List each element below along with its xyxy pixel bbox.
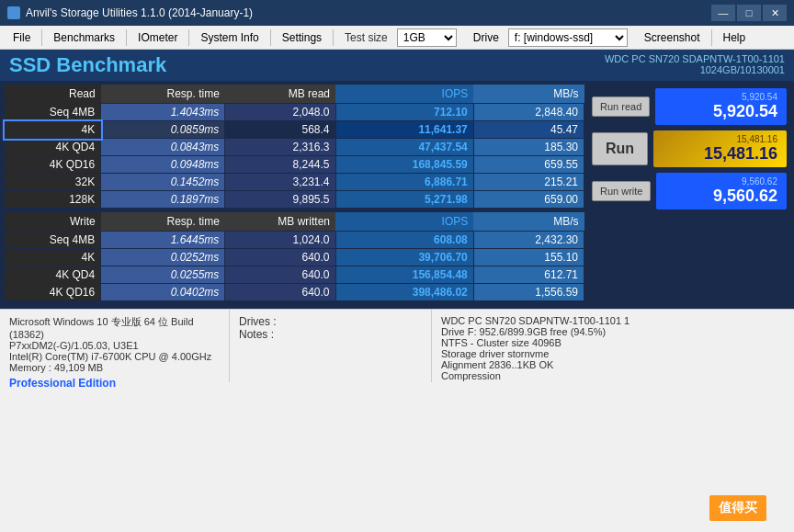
read-row: 4K 0.0859ms 568.4 11,641.37 45.47	[5, 121, 584, 139]
read-cell-resp-5: 0.1897ms	[101, 191, 225, 209]
test-size-select[interactable]: 1GB 100MB 4GB	[397, 28, 457, 47]
read-cell-label-5: 128K	[5, 191, 101, 209]
read-cell-mbs-5: 659.00	[473, 191, 584, 209]
write-score-small: 9,560.62	[665, 176, 777, 187]
write-cell-mb-3: 640.0	[225, 284, 335, 301]
read-table-body: Seq 4MB 1.4043ms 2,048.0 712.10 2,848.40…	[5, 104, 584, 209]
read-table: Read Resp. time MB read IOPS MB/s Seq 4M…	[4, 85, 584, 209]
write-table: Write Resp. time MB written IOPS MB/s Se…	[4, 212, 584, 301]
read-cell-mb-3: 8,244.5	[225, 156, 335, 174]
read-score-small: 5,920.54	[664, 92, 777, 102]
write-row: 4K 0.0252ms 640.0 39,706.70 155.10	[5, 249, 584, 266]
main-content: Read Resp. time MB read IOPS MB/s Seq 4M…	[0, 81, 794, 309]
run-read-section: Run read 5,920.54 5,920.54	[592, 88, 787, 125]
write-cell-mbs-3: 1,556.59	[473, 284, 584, 301]
read-cell-label-4: 32K	[5, 174, 101, 191]
write-row: 4K QD16 0.0402ms 640.0 398,486.02 1,556.…	[5, 284, 584, 301]
read-header-mbs: MB/s	[473, 85, 584, 104]
read-cell-resp-3: 0.0948ms	[101, 156, 225, 174]
write-cell-iops-0: 608.08	[335, 232, 473, 249]
read-header-label: Read	[5, 85, 101, 104]
read-row: 4K QD4 0.0843ms 2,316.3 47,437.54 185.30	[5, 139, 584, 156]
read-row: 128K 0.1897ms 9,895.5 5,271.98 659.00	[5, 191, 584, 209]
run-total-section: Run 15,481.16 15,481.16	[592, 130, 787, 167]
app-header: SSD Benchmark WDC PC SN720 SDAPNTW-1T00-…	[0, 50, 794, 81]
total-score-small: 15,481.16	[663, 134, 777, 144]
menu-sysinfo[interactable]: System Info	[191, 26, 267, 49]
write-header-label: Write	[5, 212, 101, 232]
read-cell-resp-0: 1.4043ms	[101, 104, 225, 121]
read-cell-label-1: 4K	[5, 121, 101, 139]
read-cell-mbs-2: 185.30	[473, 139, 584, 156]
read-cell-label-2: 4K QD4	[5, 139, 101, 156]
read-cell-mb-4: 3,231.4	[225, 174, 335, 191]
read-cell-resp-4: 0.1452ms	[101, 174, 225, 191]
read-row: 4K QD16 0.0948ms 8,244.5 168,845.59 659.…	[5, 156, 584, 174]
read-cell-mbs-0: 2,848.40	[473, 104, 584, 121]
window-controls[interactable]: — □ ✕	[711, 5, 787, 21]
menu-benchmarks[interactable]: Benchmarks	[44, 26, 124, 49]
read-cell-iops-3: 168,845.59	[335, 156, 473, 174]
run-write-button[interactable]: Run write	[592, 181, 651, 201]
title-bar: Anvil's Storage Utilities 1.1.0 (2014-Ja…	[0, 0, 794, 26]
read-cell-iops-0: 712.10	[335, 104, 473, 121]
menu-testsize-label: Test size	[335, 26, 397, 49]
write-cell-mbs-1: 155.10	[473, 249, 584, 266]
run-button[interactable]: Run	[592, 132, 648, 165]
menu-bar: File Benchmarks IOmeter System Info Sett…	[0, 26, 794, 50]
read-cell-resp-2: 0.0843ms	[101, 139, 225, 156]
menu-separator-1	[41, 29, 42, 46]
read-header-resp: Resp. time	[101, 85, 225, 104]
drive-info: WDC PC SN720 SDAPNTW-1T00-1101 1024GB/10…	[605, 53, 785, 75]
menu-iometer[interactable]: IOmeter	[129, 26, 187, 49]
read-cell-mbs-4: 215.21	[473, 174, 584, 191]
write-row: Seq 4MB 1.6445ms 1,024.0 608.08 2,432.30	[5, 232, 584, 249]
write-table-body: Seq 4MB 1.6445ms 1,024.0 608.08 2,432.30…	[5, 232, 584, 301]
read-cell-label-0: Seq 4MB	[5, 104, 101, 121]
maximize-button[interactable]: □	[737, 5, 761, 21]
menu-help[interactable]: Help	[714, 26, 755, 49]
compression-info: Compression	[441, 370, 785, 381]
run-read-button[interactable]: Run read	[592, 96, 650, 117]
menu-separator-6	[711, 29, 712, 46]
menu-screenshot[interactable]: Screenshot	[635, 26, 709, 49]
read-row: Seq 4MB 1.4043ms 2,048.0 712.10 2,848.40	[5, 104, 584, 121]
write-cell-iops-3: 398,486.02	[335, 284, 473, 301]
write-cell-label-2: 4K QD4	[5, 266, 101, 284]
write-header-mb: MB written	[225, 212, 335, 232]
app-title: SSD Benchmark	[9, 53, 166, 77]
read-score-big: 5,920.54	[664, 102, 777, 121]
write-cell-mb-2: 640.0	[225, 266, 335, 284]
ntfs-info: NTFS - Cluster size 4096B	[441, 337, 785, 348]
watermark: 值得买	[709, 495, 766, 521]
menu-file[interactable]: File	[4, 26, 40, 49]
write-cell-mbs-2: 612.71	[473, 266, 584, 284]
read-cell-iops-1: 11,641.37	[335, 121, 473, 139]
close-button[interactable]: ✕	[763, 5, 787, 21]
alignment-info: Alignment 2836..1KB OK	[441, 359, 785, 370]
read-header-iops: IOPS	[335, 85, 473, 104]
write-cell-resp-0: 1.6445ms	[101, 232, 225, 249]
write-cell-mb-0: 1,024.0	[225, 232, 335, 249]
status-middle: Drives : Notes :	[230, 310, 432, 382]
write-cell-resp-1: 0.0252ms	[101, 249, 225, 266]
status-bar: Microsoft Windows 10 专业版 64 位 Build (183…	[0, 309, 794, 382]
write-header-mbs: MB/s	[473, 212, 584, 232]
total-score-big: 15,481.16	[663, 144, 777, 164]
menu-drive-label: Drive	[464, 26, 508, 49]
write-cell-iops-1: 39,706.70	[335, 249, 473, 266]
drive-select[interactable]: f: [windows-ssd]	[508, 28, 628, 47]
drive-detail: 1024GB/10130001	[605, 64, 785, 75]
notes-label: Notes :	[239, 328, 422, 341]
read-cell-resp-1: 0.0859ms	[101, 121, 225, 139]
window-title: Anvil's Storage Utilities 1.1.0 (2014-Ja…	[26, 6, 253, 19]
right-panel: Run read 5,920.54 5,920.54 Run 15,481.16…	[588, 85, 790, 305]
app-icon	[7, 6, 20, 19]
menu-settings[interactable]: Settings	[273, 26, 331, 49]
read-cell-mb-5: 9,895.5	[225, 191, 335, 209]
pro-edition-label: Professional Edition	[9, 377, 220, 390]
minimize-button[interactable]: —	[711, 5, 735, 21]
read-row: 32K 0.1452ms 3,231.4 6,886.71 215.21	[5, 174, 584, 191]
read-header-row: Read Resp. time MB read IOPS MB/s	[5, 85, 584, 104]
read-score-box: 5,920.54 5,920.54	[655, 88, 787, 125]
